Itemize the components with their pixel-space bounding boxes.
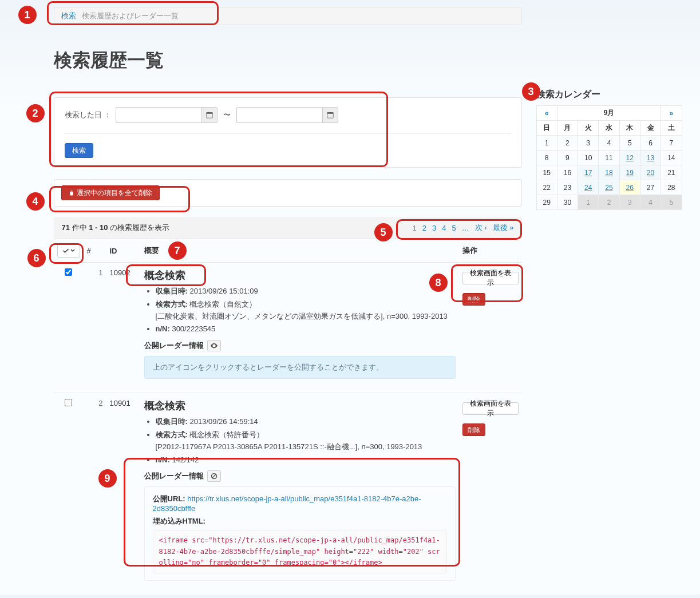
embed-html-box[interactable]: <iframe src="https://tr.xlus.net/scope-j…: [153, 530, 447, 573]
annotation-badge-4: 4: [26, 192, 45, 211]
calendar-day: 5: [661, 195, 682, 210]
calendar-next[interactable]: »: [661, 106, 682, 121]
calendar-day: 27: [640, 180, 661, 195]
delete-row-button[interactable]: 削除: [462, 293, 485, 306]
calendar-title: 検索カレンダー: [536, 89, 682, 101]
svg-rect-1: [207, 113, 213, 114]
calendar-day[interactable]: 25: [599, 180, 619, 195]
calendar-dow: 月: [557, 121, 578, 136]
filter-date-label: 検索した日 ：: [65, 110, 112, 120]
filter-date-to[interactable]: [236, 107, 322, 123]
calendar-dow: 日: [536, 121, 557, 136]
entry-title: 概念検索: [144, 268, 456, 282]
row-checkbox[interactable]: [65, 268, 72, 276]
breadcrumb-root-link[interactable]: 検索: [61, 11, 76, 21]
calendar-day: 9: [557, 151, 578, 165]
svg-line-5: [212, 474, 216, 478]
radar-heading: 公開レーダー情報: [144, 340, 204, 351]
col-idx: #: [84, 239, 106, 263]
trash-icon: [69, 190, 74, 196]
ban-icon: [211, 473, 217, 480]
breadcrumb-current: 検索履歴およびレーダー一覧: [82, 11, 179, 21]
annotation-badge-1: 1: [18, 6, 37, 24]
pagination: 1 2 3 4 5 … 次 › 最後 »: [413, 223, 514, 233]
row-checkbox[interactable]: [65, 399, 72, 406]
row-index: 2: [84, 393, 106, 595]
calendar-day: 16: [557, 165, 578, 180]
annotation-badge-6: 6: [27, 249, 46, 267]
calendar-day: 30: [557, 195, 578, 210]
show-search-button[interactable]: 検索画面を表示: [462, 402, 519, 415]
tilde-separator: 〜: [223, 110, 231, 120]
calendar-day: 4: [640, 195, 661, 210]
calendar-day: 10: [578, 151, 599, 165]
calendar-day: 11: [599, 151, 619, 165]
delete-row-button[interactable]: 削除: [462, 423, 485, 436]
calendar-day: 6: [640, 136, 661, 151]
bulk-delete-button[interactable]: 選択中の項目を全て削除: [61, 185, 160, 200]
check-icon: [62, 247, 69, 254]
calendar-day[interactable]: 26: [619, 180, 640, 195]
calendar-dow: 金: [640, 121, 661, 136]
eye-icon: [210, 343, 218, 348]
calendar-day: 2: [599, 195, 619, 210]
annotation-badge-8: 8: [429, 274, 448, 292]
annotation-badge-9: 9: [98, 469, 117, 488]
col-ops: 操作: [459, 239, 522, 263]
calendar-icon[interactable]: [322, 107, 338, 123]
page-link-5[interactable]: 5: [452, 224, 456, 232]
calendar-day: 2: [557, 136, 578, 151]
show-search-button[interactable]: 検索画面を表示: [462, 272, 519, 284]
calendar-day: 5: [619, 136, 640, 151]
calendar-day[interactable]: 13: [640, 151, 661, 165]
calendar-day[interactable]: 18: [599, 165, 619, 180]
bulk-action-bar: 選択中の項目を全て削除: [54, 179, 522, 207]
filter-panel: 検索した日 ： 〜 検索: [54, 97, 522, 168]
calendar-day[interactable]: 24: [578, 180, 599, 195]
calendar-day: 21: [661, 165, 682, 180]
radar-visibility-toggle[interactable]: [207, 340, 221, 351]
calendar-day[interactable]: 17: [578, 165, 599, 180]
svg-rect-3: [327, 113, 334, 114]
calendar-day: 15: [536, 165, 557, 180]
calendar-day[interactable]: 20: [640, 165, 661, 180]
page-link-4[interactable]: 4: [442, 224, 446, 232]
breadcrumb: 検索 検索履歴およびレーダー一覧: [54, 7, 522, 25]
result-summary: 71 件中 1 - 10 の検索履歴を表示: [62, 223, 170, 233]
annotation-badge-7: 7: [168, 241, 187, 260]
filter-date-from[interactable]: [116, 107, 201, 123]
page-link-3[interactable]: 3: [432, 224, 436, 232]
page-current: 1: [413, 224, 417, 232]
calendar-day[interactable]: 19: [619, 165, 640, 180]
calendar-day: 1: [578, 195, 599, 210]
calendar-day: 7: [661, 136, 682, 151]
calendar-day[interactable]: 12: [619, 151, 640, 165]
entry-title: 概念検索: [144, 399, 456, 413]
calendar-month: 9月: [557, 106, 661, 121]
chevron-down-icon: [70, 248, 75, 253]
calendar-day: 4: [599, 136, 619, 151]
calendar-day: 3: [578, 136, 599, 151]
row-id: 10901: [106, 393, 141, 595]
calendar-day: 22: [536, 180, 557, 195]
page-link-2[interactable]: 2: [422, 224, 426, 232]
annotation-badge-3: 3: [522, 82, 540, 101]
calendar-dow: 水: [599, 121, 619, 136]
radar-visibility-toggle[interactable]: [207, 470, 221, 482]
col-id: ID: [106, 239, 141, 263]
radar-public-box: 公開URL: https://tr.xlus.net/scope-jp-a-al…: [144, 486, 456, 581]
calendar-icon[interactable]: [201, 107, 217, 123]
calendar-day: 3: [619, 195, 640, 210]
page-last[interactable]: 最後 »: [493, 223, 514, 233]
page-ellipsis: …: [462, 224, 469, 232]
page-next[interactable]: 次 ›: [475, 223, 487, 233]
col-summary: 概要: [141, 239, 459, 263]
calendar-prev[interactable]: «: [536, 106, 557, 121]
public-url-link[interactable]: https://tr.xlus.net/scope-jp-a-all/publi…: [153, 494, 421, 513]
calendar-dow: 土: [661, 121, 682, 136]
calendar-day: 28: [661, 180, 682, 195]
sidebar: 検索カレンダー « 9月 » 日月火水木金土 12345678910111213…: [536, 89, 682, 210]
filter-submit-button[interactable]: 検索: [65, 143, 93, 158]
calendar-day: 1: [536, 136, 557, 151]
select-all-button[interactable]: [57, 244, 80, 258]
